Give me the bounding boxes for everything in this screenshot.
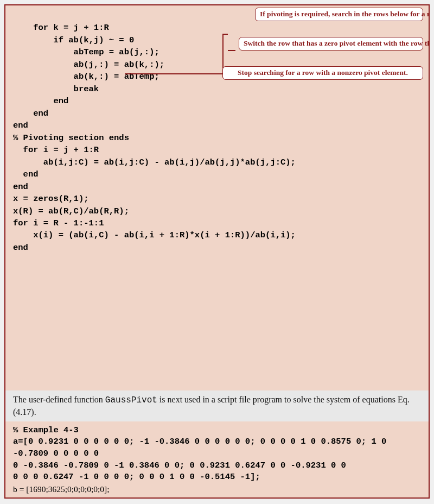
code-line: for i = j + 1:R xyxy=(13,145,99,155)
code-line: % Pivoting section ends xyxy=(13,133,129,143)
prose-paragraph-1: The user-defined function GaussPivot is … xyxy=(5,390,429,421)
code-line: end xyxy=(13,182,28,192)
code-line: end xyxy=(13,96,68,106)
annotation-text: If pivoting is required, search in the r… xyxy=(260,10,430,18)
code-line: x = zeros(R,1); xyxy=(13,194,89,204)
code-line: for i = R - 1:-1:1 xyxy=(13,218,104,228)
annotation-search-rows: If pivoting is required, search in the r… xyxy=(255,8,423,21)
code-line: end xyxy=(13,169,39,179)
script-line: a=[0 0.9231 0 0 0 0 0 0; -1 -0.3846 0 0 … xyxy=(13,436,421,459)
code-block-1: for k = j + 1:R if ab(k,j) ~ = 0 abTemp … xyxy=(5,5,429,390)
function-name: GaussPivot xyxy=(105,395,157,405)
script-line: 0 -0.3846 -0.7809 0 -1 0.3846 0 0; 0 0.9… xyxy=(13,460,421,472)
code-line: end xyxy=(13,243,28,253)
annotation-break: Stop searching for a row with a nonzero … xyxy=(222,66,423,80)
script-line: 0 0 0 0.6247 -1 0 0 0 0; 0 0 0 1 0 0 -0.… xyxy=(13,471,421,483)
annotation-text: Switch the row that has a zero pivot ele… xyxy=(244,39,430,47)
code-line: ab(j,:) = ab(k,:); xyxy=(13,60,164,70)
code-line: end xyxy=(13,109,48,118)
annotation-swap-rows: Switch the row that has a zero pivot ele… xyxy=(239,37,423,51)
code-line: if ab(k,j) ~ = 0 xyxy=(13,35,134,45)
connector-line xyxy=(125,73,222,74)
code-line: abTemp = ab(j,:); xyxy=(13,47,159,57)
code-line: x(i) = (ab(i,C) - ab(i,i + 1:R)*x(i + 1:… xyxy=(13,230,296,240)
prose-text: The user-defined function xyxy=(13,395,105,404)
annotation-text: Stop searching for a row with a nonzero … xyxy=(238,68,408,77)
code-line: end xyxy=(13,121,28,130)
code-line: for k = j + 1:R xyxy=(13,23,109,33)
connector-line xyxy=(228,50,235,51)
code-line: break xyxy=(13,84,99,94)
script-line: b = [1690;3625;0;0;0;0;0;0]; xyxy=(13,483,421,495)
script-line: Forces = GaussPivot(a,b) xyxy=(13,495,421,499)
code-line: ab(i,j:C) = ab(i,j:C) - ab(i,j)/ab(j,j)*… xyxy=(13,158,296,167)
script-line: % Example 4-3 xyxy=(13,425,421,437)
page-frame: for k = j + 1:R if ab(k,j) ~ = 0 abTemp … xyxy=(4,4,430,499)
code-line: x(R) = ab(R,C)/ab(R,R); xyxy=(13,206,129,216)
script-file-block: % Example 4-3 a=[0 0.9231 0 0 0 0 0 0; -… xyxy=(5,421,429,499)
bracket-swap-rows xyxy=(222,34,228,68)
